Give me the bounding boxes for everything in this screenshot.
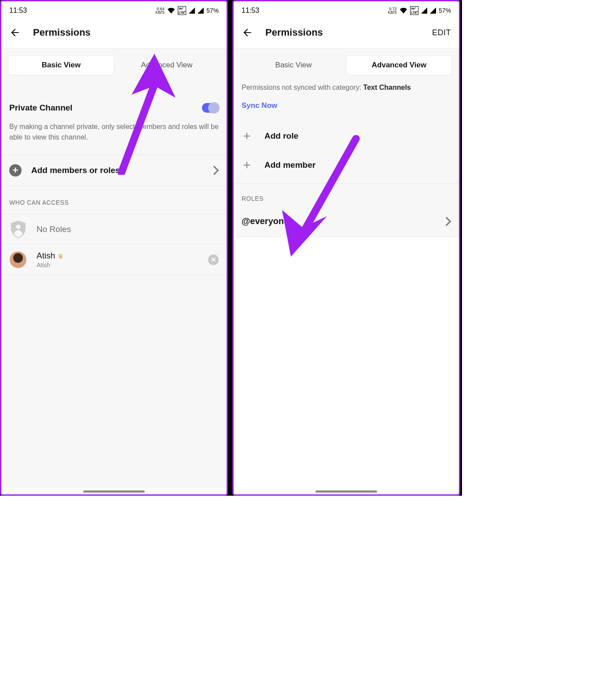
role-everyone-row[interactable]: @everyone	[234, 210, 459, 237]
who-can-access-header: WHO CAN ACCESS	[1, 186, 227, 214]
private-channel-toggle[interactable]	[202, 103, 219, 113]
lte-badge: Vo¹LTE²	[410, 6, 418, 15]
role-everyone-label: @everyone	[242, 216, 436, 226]
view-tabs: Basic View Advanced View	[234, 48, 459, 82]
wifi-icon	[400, 7, 407, 14]
nav-handle[interactable]	[315, 490, 377, 493]
roles-header: ROLES	[234, 183, 459, 210]
page-title: Permissions	[33, 27, 91, 38]
tab-basic-view[interactable]: Basic View	[8, 55, 114, 75]
add-members-roles-row[interactable]: + Add members or roles	[1, 155, 227, 186]
sync-now-link[interactable]: Sync Now	[242, 101, 451, 110]
app-bar: Permissions	[1, 18, 227, 48]
status-time: 11:53	[9, 7, 27, 15]
add-member-label: Add member	[264, 160, 315, 170]
sync-block: Permissions not synced with category: Te…	[234, 82, 459, 122]
status-battery: 57%	[439, 7, 451, 14]
lte-badge: Vo¹LTE²	[178, 6, 186, 15]
status-bar: 11:53 0.72KB/S Vo¹LTE² 57%	[234, 1, 459, 18]
status-kbs: 0.64KB/S	[155, 7, 165, 14]
back-icon[interactable]	[242, 27, 253, 38]
back-icon[interactable]	[9, 27, 21, 38]
view-tabs: Basic View Advanced View	[1, 48, 227, 82]
content-advanced: Basic View Advanced View Permissions not…	[234, 48, 459, 488]
plus-icon: +	[242, 133, 252, 139]
tab-advanced-view[interactable]: Advanced View	[114, 55, 220, 75]
status-kbs: 0.72KB/S	[388, 7, 397, 14]
member-row[interactable]: Atish♛ Atish ✕	[1, 245, 227, 275]
phone-right: 11:53 0.72KB/S Vo¹LTE² 57% Permissions E…	[232, 0, 460, 496]
private-channel-desc: By making a channel private, only select…	[9, 116, 219, 155]
status-time: 11:53	[242, 7, 259, 15]
member-name: Atish♛	[37, 251, 198, 261]
signal-icon-2	[430, 7, 436, 14]
chevron-right-icon	[446, 217, 451, 226]
status-bar: 11:53 0.64KB/S Vo¹LTE² 57%	[1, 1, 227, 18]
chevron-right-icon	[213, 166, 219, 175]
member-sub: Atish	[37, 261, 198, 269]
crown-icon: ♛	[58, 252, 63, 260]
status-right: 0.64KB/S Vo¹LTE² 57%	[155, 6, 219, 15]
remove-member-button[interactable]: ✕	[208, 254, 219, 265]
add-member-row[interactable]: + Add member	[234, 151, 459, 180]
plus-icon: +	[242, 162, 252, 168]
app-bar: Permissions EDIT	[234, 18, 459, 48]
plus-circle-icon: +	[9, 164, 22, 177]
tab-basic-view[interactable]: Basic View	[241, 55, 346, 75]
nav-handle[interactable]	[83, 490, 145, 493]
no-roles-label: No Roles	[37, 225, 219, 234]
phone-left: 11:53 0.64KB/S Vo¹LTE² 57% Permissions B…	[0, 0, 228, 496]
add-role-row[interactable]: + Add role	[234, 122, 459, 151]
no-roles-row: No Roles	[1, 214, 227, 245]
status-right: 0.72KB/S Vo¹LTE² 57%	[388, 6, 451, 15]
signal-icon-2	[198, 7, 204, 14]
private-channel-label: Private Channel	[9, 103, 73, 113]
avatar	[10, 251, 26, 268]
status-battery: 57%	[206, 7, 219, 14]
add-role-label: Add role	[264, 131, 298, 141]
tab-advanced-view[interactable]: Advanced View	[346, 55, 452, 75]
add-members-roles-label: Add members or roles	[31, 166, 204, 175]
content-basic: Basic View Advanced View Private Channel…	[1, 48, 227, 488]
private-channel-row: Private Channel	[9, 82, 219, 116]
edit-button[interactable]: EDIT	[432, 28, 451, 37]
signal-icon-1	[421, 7, 427, 14]
wifi-icon	[167, 7, 175, 14]
shield-user-icon	[11, 221, 26, 238]
signal-icon-1	[189, 7, 195, 14]
sync-message: Permissions not synced with category: Te…	[242, 84, 451, 92]
svg-point-0	[16, 225, 20, 229]
page-title: Permissions	[265, 27, 323, 38]
